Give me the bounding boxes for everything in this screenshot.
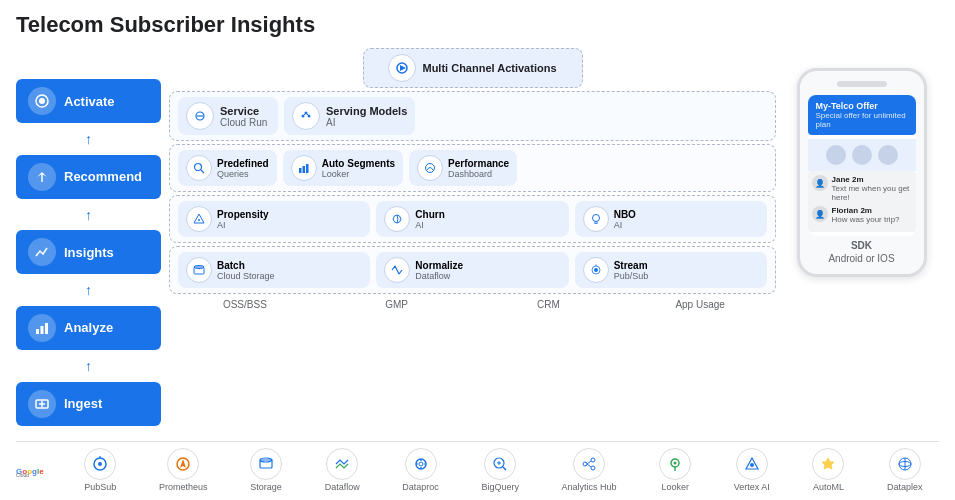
bottom-icon-bigquery: BigQuery [481, 448, 519, 492]
looker-icon [659, 448, 691, 480]
normalize-text: Normalize Dataflow [415, 260, 463, 281]
multi-channel-card: Multi Channel Activations [363, 48, 583, 88]
batch-icon [186, 257, 212, 283]
svg-line-16 [306, 113, 309, 116]
sidebar-item-ingest[interactable]: Ingest [16, 382, 161, 426]
nbo-text: NBO AI [614, 209, 636, 230]
normalize-icon [384, 257, 410, 283]
chat-item-1: 👤 Florian 2m How was your trip? [812, 206, 912, 224]
svg-line-15 [303, 113, 306, 116]
bottom-icon-dataflow: Dataflow [325, 448, 360, 492]
source-labels: OSS/BSS GMP CRM App Usage [169, 299, 776, 310]
recommend-icon [28, 163, 56, 191]
propensity-icon [186, 206, 212, 232]
svg-marker-39 [180, 459, 186, 468]
svg-line-49 [503, 467, 506, 470]
bigquery-icon [484, 448, 516, 480]
row-queries: Predefined Queries Auto Segments Looker [169, 144, 776, 192]
phone-screen: My-Telco Offer Special offer for unlimit… [808, 95, 916, 236]
insights-icon [28, 238, 56, 266]
batch-card: Batch Cloud Storage [178, 252, 370, 288]
chat-item-0: 👤 Jane 2m Text me when you get here! [812, 175, 912, 202]
row-ingest: Batch Cloud Storage Normalize Dataflow [169, 246, 776, 294]
dataflow-icon [326, 448, 358, 480]
analytics-hub-icon [573, 448, 605, 480]
row-ai: Propensity AI Churn AI [169, 195, 776, 243]
svg-rect-19 [299, 168, 302, 173]
svg-rect-20 [302, 166, 305, 173]
nbo-icon [583, 206, 609, 232]
service-section: Service Cloud Run Serving Models AI [169, 91, 776, 141]
phone-os-label: Android or IOS [808, 253, 916, 264]
auto-segments-card: Auto Segments Looker [283, 150, 403, 186]
vertex-ai-icon [736, 448, 768, 480]
svg-line-18 [201, 170, 204, 173]
dataproc-icon [405, 448, 437, 480]
bottom-bar: Google Cloud PubSub Prometheus [16, 441, 939, 494]
svg-point-17 [195, 164, 202, 171]
sidebar-item-analyze[interactable]: Analyze [16, 306, 161, 350]
ingest-section: Batch Cloud Storage Normalize Dataflow [169, 246, 776, 294]
sidebar-item-recommend[interactable]: Recommend [16, 155, 161, 199]
row-service: Service Cloud Run Serving Models AI [169, 91, 776, 141]
svg-point-36 [98, 462, 102, 466]
performance-card: Performance Dashboard [409, 150, 517, 186]
sidebar: Activate ↑ Recommend ↑ In [16, 48, 161, 437]
svg-marker-9 [400, 65, 406, 71]
row-activations: Multi Channel Activations [169, 48, 776, 88]
predefined-icon [186, 155, 212, 181]
multi-channel-text: Multi Channel Activations [422, 62, 556, 74]
multi-channel-icon [388, 54, 416, 82]
auto-segments-text: Auto Segments Looker [322, 158, 395, 179]
arrow-up-4: ↑ [16, 359, 161, 373]
propensity-text: Propensity AI [217, 209, 269, 230]
churn-icon [384, 206, 410, 232]
automl-icon [812, 448, 844, 480]
prometheus-icon [167, 448, 199, 480]
serving-models-text: Serving Models AI [326, 105, 407, 128]
storage-icon [250, 448, 282, 480]
serving-models-icon [292, 102, 320, 130]
phone-mockup: My-Telco Offer Special offer for unlimit… [797, 68, 927, 277]
stream-icon [583, 257, 609, 283]
svg-text:Cloud: Cloud [16, 472, 29, 477]
service-card: Service Cloud Run [178, 97, 278, 135]
diagram-area: Multi Channel Activations Service Cloud … [169, 48, 776, 437]
page-title: Telecom Subscriber Insights [16, 12, 939, 38]
svg-point-52 [583, 462, 587, 466]
svg-rect-2 [36, 329, 39, 334]
svg-point-61 [750, 463, 754, 467]
ai-section: Propensity AI Churn AI [169, 195, 776, 243]
service-icon [186, 102, 214, 130]
chat-text-0: Jane 2m Text me when you get here! [832, 175, 912, 202]
svg-point-1 [39, 98, 45, 104]
phone-chat-area: 👤 Jane 2m Text me when you get here! 👤 F… [808, 171, 916, 232]
performance-text: Performance Dashboard [448, 158, 509, 179]
sidebar-item-activate[interactable]: Activate [16, 79, 161, 123]
phone-offer-title: My-Telco Offer [816, 101, 908, 111]
phone-notch [837, 81, 887, 87]
chat-avatar-1: 👤 [812, 206, 828, 222]
chat-avatar-0: 👤 [812, 175, 828, 191]
stream-card: Stream Pub/Sub [575, 252, 767, 288]
svg-point-25 [592, 215, 599, 222]
svg-line-56 [587, 464, 591, 467]
arrow-up-3: ↑ [16, 283, 161, 297]
serving-models-card: Serving Models AI [284, 97, 415, 135]
predefined-card: Predefined Queries [178, 150, 277, 186]
google-cloud-logo: Google Cloud [16, 463, 56, 477]
performance-icon [417, 155, 443, 181]
churn-text: Churn AI [415, 209, 444, 230]
service-text: Service Cloud Run [220, 105, 267, 128]
svg-rect-26 [594, 222, 597, 224]
bottom-icons: PubSub Prometheus Storage Dataflow [68, 448, 939, 492]
phone-offer-sub: Special offer for unlimited plan [816, 111, 908, 129]
normalize-card: Normalize Dataflow [376, 252, 568, 288]
google-cloud-svg: Google Cloud [16, 463, 56, 477]
svg-rect-3 [41, 326, 44, 334]
sidebar-item-insights[interactable]: Insights [16, 230, 161, 274]
stream-text: Stream Pub/Sub [614, 260, 649, 281]
bottom-icon-looker: Looker [659, 448, 691, 492]
nbo-card: NBO AI [575, 201, 767, 237]
svg-rect-4 [45, 323, 48, 334]
